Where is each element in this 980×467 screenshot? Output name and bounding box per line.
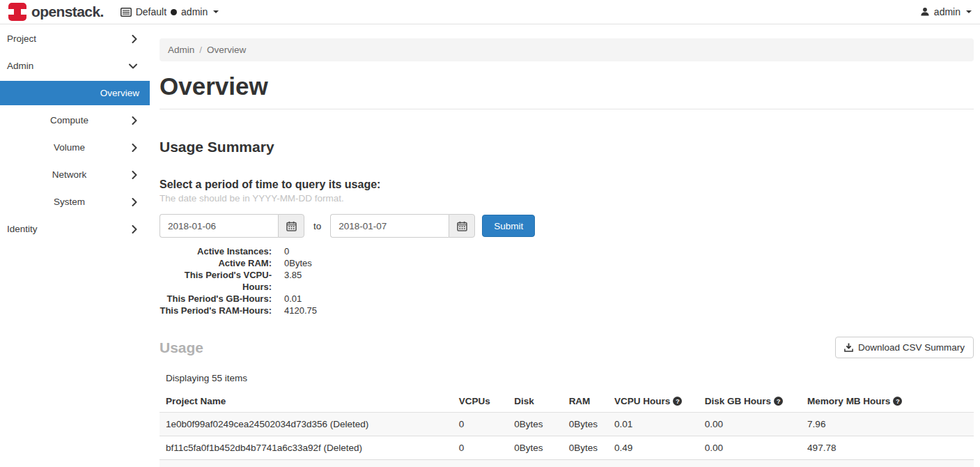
sidebar-item-label: Identity xyxy=(7,224,38,234)
question-circle-icon[interactable] xyxy=(673,397,682,406)
download-icon xyxy=(844,343,853,352)
main-content: Admin/Overview Overview Usage Summary Se… xyxy=(160,24,974,467)
download-csv-button[interactable]: Download CSV Summary xyxy=(835,337,974,358)
cell-disk-gb-hours: 0.00 xyxy=(699,460,801,467)
calendar-icon[interactable] xyxy=(278,214,304,238)
cell-vcpus: 0 xyxy=(453,460,508,467)
sidebar-item-compute[interactable]: Compute xyxy=(0,107,150,134)
chevron-down-icon xyxy=(213,10,219,13)
cell-vcpus: 0 xyxy=(453,413,508,436)
submit-button[interactable]: Submit xyxy=(482,215,535,237)
cell-project-name: 1e0b0f99af0249cea24502034d73d356 (Delete… xyxy=(160,413,453,436)
sidebar-item-label: Compute xyxy=(7,115,132,125)
chevron-right-icon xyxy=(132,171,137,179)
breadcrumb-admin[interactable]: Admin xyxy=(168,45,194,55)
column-vcpus[interactable]: VCPUs xyxy=(453,390,508,413)
context-project-label: admin xyxy=(181,6,208,17)
usage-heading: Usage xyxy=(160,339,203,356)
context-domain-label: Default xyxy=(136,6,166,17)
items-count: Displaying 55 items xyxy=(160,373,974,383)
column-vcpu-hours[interactable]: VCPU Hours xyxy=(608,390,699,413)
cell-disk: 0Bytes xyxy=(508,413,562,436)
chevron-down-icon xyxy=(129,63,137,69)
date-format-hint: The date should be in YYYY-MM-DD format. xyxy=(160,193,974,204)
breadcrumb-separator: / xyxy=(199,45,202,55)
date-from-group xyxy=(160,214,304,238)
sidebar: Project Admin Overview Compute Volume Ne… xyxy=(0,24,150,243)
context-switcher[interactable]: Default admin xyxy=(120,6,219,17)
sidebar-item-label: Project xyxy=(7,33,36,44)
brand[interactable]: openstack. xyxy=(8,3,104,21)
cell-ram: 0Bytes xyxy=(563,460,608,467)
stat-value: 0 xyxy=(284,245,289,257)
stat-active-instances: Active Instances: 0 xyxy=(160,245,974,257)
date-range-form: to Submit xyxy=(160,214,974,238)
separator-dot-icon xyxy=(171,9,177,15)
cell-ram: 0Bytes xyxy=(563,436,608,460)
download-csv-label: Download CSV Summary xyxy=(858,342,965,353)
stat-vcpu-hours: This Period's VCPU-Hours: 3.85 xyxy=(160,269,974,293)
openstack-logo-icon xyxy=(8,3,26,21)
stat-label: Active RAM: xyxy=(160,257,272,269)
period-form-label: Select a period of time to query its usa… xyxy=(160,178,974,191)
stat-ram-hours: This Period's RAM-Hours: 4120.75 xyxy=(160,305,974,316)
page-title: Overview xyxy=(160,72,974,100)
stat-value: 4120.75 xyxy=(284,305,317,316)
stat-label: This Period's VCPU-Hours: xyxy=(160,269,272,293)
sidebar-item-project[interactable]: Project xyxy=(0,25,150,52)
sidebar-item-network[interactable]: Network xyxy=(0,161,150,188)
date-to-input[interactable] xyxy=(330,214,449,238)
column-ram[interactable]: RAM xyxy=(563,390,608,413)
usage-section-header: Usage Download CSV Summary xyxy=(160,337,974,358)
cell-memory-mb-hours: 110.93 xyxy=(801,460,974,467)
cell-disk: 0Bytes xyxy=(508,436,562,460)
user-icon xyxy=(920,7,930,17)
stat-value: 0Bytes xyxy=(284,257,312,269)
sidebar-item-label: Volume xyxy=(7,142,132,153)
calendar-icon[interactable] xyxy=(449,214,475,238)
sidebar-item-overview[interactable]: Overview xyxy=(0,81,150,105)
sidebar-item-system[interactable]: System xyxy=(0,188,150,215)
question-circle-icon[interactable] xyxy=(774,397,783,406)
date-from-input[interactable] xyxy=(160,214,278,238)
user-menu[interactable]: admin xyxy=(920,6,972,17)
cell-vcpus: 0 xyxy=(453,436,508,460)
chevron-right-icon xyxy=(132,225,137,234)
breadcrumb-overview: Overview xyxy=(207,45,246,55)
chevron-down-icon xyxy=(966,10,972,13)
stat-label: This Period's RAM-Hours: xyxy=(160,305,272,316)
divider xyxy=(160,109,974,109)
brand-text: openstack. xyxy=(31,3,104,20)
cell-memory-mb-hours: 497.78 xyxy=(801,436,974,460)
question-circle-icon[interactable] xyxy=(893,397,902,406)
cell-disk-gb-hours: 0.00 xyxy=(699,413,801,436)
usage-stats: Active Instances: 0 Active RAM: 0Bytes T… xyxy=(160,245,974,316)
sidebar-item-volume[interactable]: Volume xyxy=(0,134,150,161)
cell-disk-gb-hours: 0.00 xyxy=(699,436,801,460)
topbar: openstack. Default admin admin xyxy=(0,0,980,24)
usage-summary-heading: Usage Summary xyxy=(160,139,974,155)
cell-vcpu-hours: 0.49 xyxy=(608,436,699,460)
sidebar-item-identity[interactable]: Identity xyxy=(0,215,150,243)
breadcrumb: Admin/Overview xyxy=(160,38,974,61)
cell-disk: 0Bytes xyxy=(508,460,562,467)
sidebar-item-label: System xyxy=(7,197,132,207)
column-memory-mb-hours[interactable]: Memory MB Hours xyxy=(801,390,974,413)
stat-gb-hours: This Period's GB-Hours: 0.01 xyxy=(160,293,974,305)
stat-value: 0.01 xyxy=(284,293,302,305)
sidebar-item-label: Admin xyxy=(7,61,33,71)
column-disk[interactable]: Disk xyxy=(508,390,562,413)
column-project-name[interactable]: Project Name xyxy=(160,390,453,413)
cell-ram: 0Bytes xyxy=(563,413,608,436)
cell-project-name: bf11c5fa0f1b452db4b7741a6c33a92f (Delete… xyxy=(160,436,453,460)
sidebar-item-admin[interactable]: Admin xyxy=(0,52,150,79)
cell-vcpu-hours: 0.01 xyxy=(608,413,699,436)
cell-memory-mb-hours: 7.96 xyxy=(801,413,974,436)
table-row: bf11c5fa0f1b452db4b7741a6c33a92f (Delete… xyxy=(160,436,974,460)
column-disk-gb-hours[interactable]: Disk GB Hours xyxy=(699,390,801,413)
table-row: 1e0b0f99af0249cea24502034d73d356 (Delete… xyxy=(160,413,974,436)
chevron-right-icon xyxy=(132,116,137,125)
stat-label: This Period's GB-Hours: xyxy=(160,293,272,305)
table-header-row: Project Name VCPUs Disk RAM VCPU Hours D… xyxy=(160,390,974,413)
stat-label: Active Instances: xyxy=(160,245,272,257)
